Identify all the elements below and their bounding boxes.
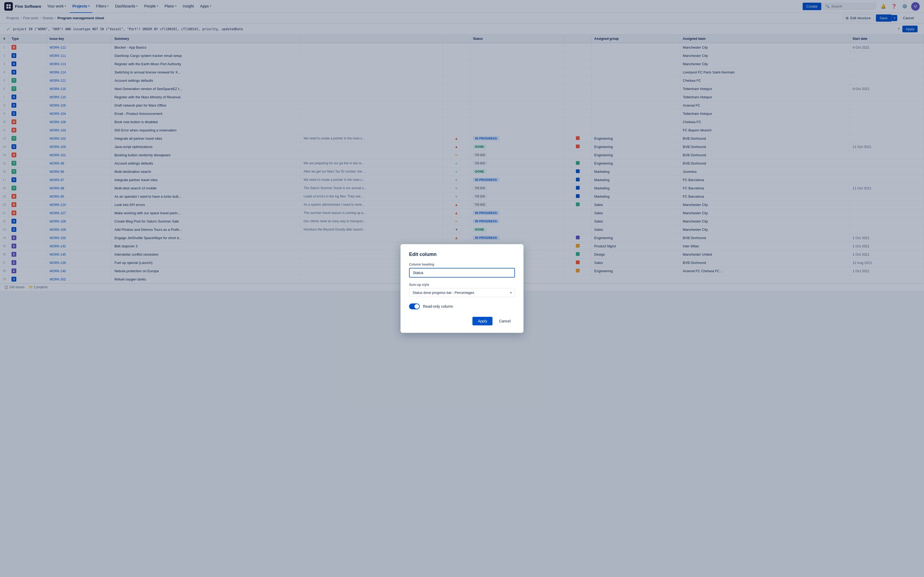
sum-up-select-wrapper: Status done progress bar - PercentagesSt… bbox=[409, 288, 515, 291]
column-heading-input[interactable] bbox=[409, 268, 515, 277]
sum-up-select[interactable]: Status done progress bar - PercentagesSt… bbox=[409, 288, 515, 291]
modal-title: Edit column bbox=[409, 251, 515, 257]
modal-overlay[interactable]: Edit column Column heading Sum-up style … bbox=[0, 0, 924, 291]
edit-column-modal: Edit column Column heading Sum-up style … bbox=[401, 244, 523, 291]
column-heading-label: Column heading bbox=[409, 263, 515, 266]
sum-up-label: Sum-up style bbox=[409, 283, 515, 287]
